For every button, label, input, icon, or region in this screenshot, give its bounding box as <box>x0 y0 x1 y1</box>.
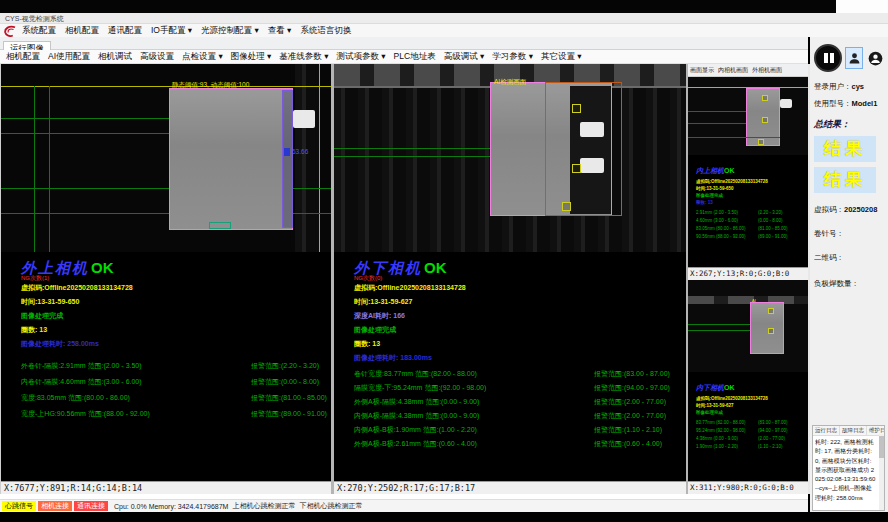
qr-code-field: 二维码： <box>814 253 885 263</box>
process-time-line: 图像处理耗时: 258.00ms <box>21 339 331 349</box>
value-overlay: 63.66 <box>284 148 308 156</box>
toolbar-item[interactable]: PLC地址表 <box>394 51 436 63</box>
measure-line <box>49 86 50 252</box>
measurement-row: 83.77mm (82.00 - 88.00) (83.00 - 87.00) <box>696 420 808 425</box>
menu-item[interactable]: IO手配置 ▾ <box>151 25 192 37</box>
alarm-range: 报警范围:(0.60 - 4.00) <box>594 439 662 449</box>
toolbar-item[interactable]: 相机调试 <box>98 51 132 63</box>
turns-line: 圈数: 13 <box>21 325 331 335</box>
toolbar-item[interactable]: 测试项参数 ▾ <box>336 51 385 63</box>
window-titlebar: CYS-视觉检测系统 <box>0 13 888 24</box>
menu-item[interactable]: 系统配置 <box>22 25 56 37</box>
toolbar-item[interactable]: AI使用配置 <box>48 51 90 63</box>
measurement-row: 外侧A极-B极:2.61mm 范围:(0.60 - 4.00) 报警范围:(0.… <box>354 439 686 449</box>
alarm-range: 报警范围:(81.00 - 85.00) <box>251 393 327 403</box>
result-ok: OK <box>91 259 114 276</box>
toolbar-item[interactable]: 其它设置 ▾ <box>541 51 582 63</box>
turns-line: 圈数: 13 <box>354 339 686 349</box>
top-strip <box>0 0 888 13</box>
heartbeat-badge: 心跳信号 <box>2 501 36 511</box>
alarm-range: 报警范围:(94.00 - 97.00) <box>594 383 670 393</box>
menu-item[interactable]: 系统语言切换 <box>300 25 351 37</box>
thumbnail-view-option[interactable]: 外相机画面 <box>752 66 782 75</box>
thumbnail-top-info: 内上相机OK 虚拟码:Offline20250208133134728 时间:1… <box>688 155 808 239</box>
measurement-value: 宽度:83.05mm 范围:(80.00 - 86.00) <box>21 393 251 403</box>
login-user-button[interactable] <box>845 47 863 69</box>
virtual-code-line: 虚拟码:Offline20250208133134728 <box>21 283 331 293</box>
thumbnail-view-option[interactable]: 画面显示 <box>690 66 714 75</box>
alarm-range: (94.00 - 97.00) <box>758 428 788 433</box>
thumbnail-view-option[interactable]: 内相机画面 <box>718 66 748 75</box>
measurement-value: 内侧A极-隔膜:4.38mm 范围:(0.00 - 9.00) <box>354 411 594 421</box>
measurement-row: 4.60mm (3.00 - 6.00) (0.00 - 8.00) <box>696 218 808 223</box>
measurement-value: 内侧A极-B极:1.90mm 范围:(1.00 - 2.20) <box>354 425 594 435</box>
toolbar-item[interactable]: 学习参数 ▾ <box>492 51 533 63</box>
menu-item[interactable]: 通讯配置 <box>108 25 142 37</box>
menu-bar: 系统配置相机配置通讯配置IO手配置 ▾光源控制配置 ▾查看 ▾系统语言切换 <box>0 24 888 37</box>
window-title: CYS-视觉检测系统 <box>5 15 64 22</box>
measurement-row: 外卷针-隔膜:2.91mm 范围:(2.00 - 3.50) 报警范围:(2.2… <box>21 361 331 371</box>
log-tab[interactable]: 故障日志 <box>840 426 867 435</box>
measurement-row: 83.05mm (80.00 - 86.00) (81.00 - 85.00) <box>696 226 808 231</box>
pixel-coords-mid: X:270;Y:2502;R:17;G:17;B:17 <box>334 481 686 494</box>
log-tab[interactable]: 运行日志 <box>813 426 840 435</box>
model-value: Model1 <box>852 99 878 108</box>
camera-connect-badge: 相机连接 <box>38 501 72 511</box>
toolbar-item[interactable]: 相机配置 <box>6 51 40 63</box>
time-line: 时间:13-31-59-650 <box>21 297 331 307</box>
pause-button[interactable] <box>814 44 842 72</box>
toolbar-item[interactable]: 基准线参数 ▾ <box>279 51 328 63</box>
ng-count: NG次数(1) <box>21 274 49 283</box>
toolbar-item[interactable]: 高级设置 <box>140 51 174 63</box>
pixel-coords-thumb-bottom: X:311;Y:980;R:0;G:0;B:0 <box>688 481 808 494</box>
virtual-code-line: 虚拟码:Offline20250208133134728 <box>354 283 686 293</box>
process-done-line: 图像处理完成 <box>696 410 808 415</box>
result-ok: OK <box>424 259 447 276</box>
measure-line <box>34 86 35 252</box>
operator-button[interactable] <box>866 47 884 69</box>
toolbar-item[interactable]: 点检设置 ▾ <box>182 51 223 63</box>
result-badge-bottom: 结果 <box>814 167 876 193</box>
measurement-row: 内侧A极-隔膜:4.38mm 范围:(0.00 - 9.00) 报警范围:(2.… <box>354 411 686 421</box>
measurement-value: 4.38mm (0.00 - 9.00) <box>696 436 758 441</box>
toolbar-item[interactable]: 高级调试 ▾ <box>444 51 485 63</box>
measurement-value: 95.24mm (92.00 - 98.00) <box>696 428 758 433</box>
total-result-label: 总结果： <box>814 118 885 131</box>
workpiece <box>169 88 293 230</box>
turns-line: 圈数: 13 <box>696 200 808 205</box>
alarm-range: 报警范围:(1.10 - 2.10) <box>594 425 662 435</box>
pixel-coords-thumb-top: X:267;Y:13;R:0;G:0;B:0 <box>688 267 808 280</box>
virtual-code-line: 虚拟码:Offline20250208133134728 <box>696 179 808 184</box>
thumbnail-bottom[interactable]: AI 内下相机OK 虚拟码:Offline20250208133134728 时… <box>688 280 808 481</box>
alarm-range: (81.00 - 85.00) <box>758 226 788 231</box>
menu-item[interactable]: 光源控制配置 ▾ <box>201 25 259 37</box>
measurement-row: 内侧A极-B极:1.90mm 范围:(1.00 - 2.20) 报警范围:(1.… <box>354 425 686 435</box>
menu-item[interactable]: 相机配置 <box>65 25 99 37</box>
tab-bar: 运行图像 <box>0 37 808 50</box>
alarm-range: (89.00 - 91.00) <box>758 234 788 239</box>
camera-image-left[interactable]: 静态阈值:93, 动态阈值:100 63.66 <box>1 64 331 252</box>
machine-texture <box>295 64 319 252</box>
ng-count: NG次数(0) <box>354 274 382 283</box>
measurement-value: 外侧A极-隔膜:4.38mm 范围:(0.00 - 9.00) <box>354 397 594 407</box>
camera-image-mid[interactable]: AI检测画面 <box>334 64 686 252</box>
measurement-row: 卷针宽度:83.77mm 范围:(82.00 - 88.00) 报警范围:(83… <box>354 369 686 379</box>
toolbar-item[interactable]: 图像处理 ▾ <box>231 51 272 63</box>
menu-item[interactable]: 查看 ▾ <box>268 25 292 37</box>
measurement-value: 内卷针-隔膜:4.60mm 范围:(3.00 - 6.00) <box>21 377 251 387</box>
thumbnail-header: 画面显示内相机画面外相机画面 <box>688 64 808 77</box>
alarm-range: (2.00 - 77.00) <box>758 436 785 441</box>
thumbnail-top[interactable]: 内上相机OK 虚拟码:Offline20250208133134728 时间:1… <box>688 77 808 267</box>
marker-chip <box>284 148 290 156</box>
app-logo-icon <box>3 25 18 37</box>
measurement-value: 外卷针-隔膜:2.91mm 范围:(2.00 - 3.50) <box>21 361 251 371</box>
thumbnail-column: 画面显示内相机画面外相机画面 内上相机OK 虚拟码:Offline2025020… <box>688 64 808 494</box>
comm-connect-badge: 通讯连接 <box>74 501 108 511</box>
measurement-list: 外卷针-隔膜:2.91mm 范围:(2.00 - 3.50) 报警范围:(2.2… <box>21 361 331 419</box>
measurement-row: 90.56mm (88.00 - 92.00) (89.00 - 91.00) <box>696 234 808 239</box>
measurement-value: 4.60mm (3.00 - 6.00) <box>696 218 758 223</box>
camera-info-mid: 外下相机OK NG次数(0) 虚拟码:Offline20250208133134… <box>334 252 686 449</box>
log-scrollbar[interactable] <box>879 434 884 511</box>
measurement-list: 卷针宽度:83.77mm 范围:(82.00 - 88.00) 报警范围:(83… <box>354 369 686 449</box>
camera-panel-left: 静态阈值:93, 动态阈值:100 63.66 外上相机OK NG次数(1) 虚… <box>0 64 331 494</box>
